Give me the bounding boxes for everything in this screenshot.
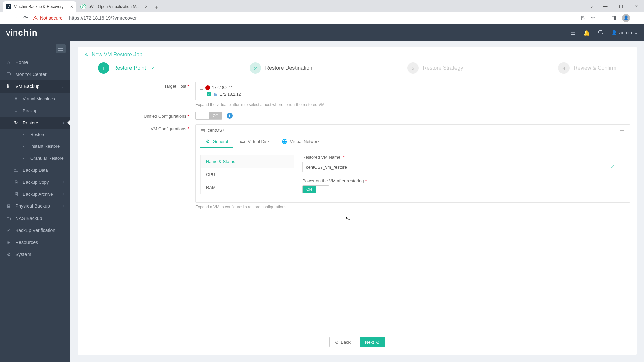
check-icon: ✓ bbox=[151, 66, 155, 70]
extensions-icon[interactable]: ◨ bbox=[611, 15, 616, 21]
sidebar-item-instant-restore[interactable]: •Instant Restore bbox=[0, 140, 70, 152]
sidebar-item-restore[interactable]: ↻Restore› bbox=[0, 117, 70, 129]
wizard-step-2[interactable]: 2Restore Destination bbox=[250, 62, 312, 74]
chevron-icon: › bbox=[63, 216, 64, 220]
vm-tabs: ⚙General 🖴Virtual Disk 🌐Virtual Network bbox=[196, 135, 630, 148]
step-number: 2 bbox=[250, 62, 261, 74]
url-box[interactable]: Not secure | https://172.18.16.19/?vmrec… bbox=[33, 15, 576, 21]
settings-icon: ⚙ bbox=[206, 139, 210, 144]
app-header: vinchin ☰ 🔔 🖵 👤 admin ⌄ bbox=[0, 24, 644, 41]
next-button[interactable]: Next⊙ bbox=[360, 337, 385, 347]
step-number: 3 bbox=[407, 62, 419, 74]
security-warning[interactable]: Not secure bbox=[33, 15, 63, 21]
vm-header[interactable]: 🖴 centOS7 — bbox=[196, 125, 630, 135]
tree-collapse-icon[interactable]: − bbox=[200, 86, 203, 90]
sidelist-ram[interactable]: RAM bbox=[201, 181, 294, 194]
bookmark-icon[interactable]: ☆ bbox=[591, 15, 595, 21]
target-host-tree[interactable]: − 172.18.2.11 ✓ 🖥 172.18.2.12 bbox=[195, 82, 467, 100]
restored-vm-name-input[interactable] bbox=[302, 162, 618, 172]
menu-icon: 🗄 bbox=[13, 191, 19, 197]
sidebar-item-backup-copy[interactable]: ⎘Backup Copy› bbox=[0, 176, 70, 188]
power-on-label: Power on the VM after restoring* bbox=[302, 178, 618, 183]
sidelist-cpu[interactable]: CPU bbox=[201, 168, 294, 181]
tree-child-row[interactable]: ✓ 🖥 172.18.2.12 bbox=[200, 91, 463, 97]
header-user-menu[interactable]: 👤 admin ⌄ bbox=[611, 30, 638, 35]
tab-general[interactable]: ⚙General bbox=[200, 135, 233, 148]
sidebar-toggle-button[interactable] bbox=[56, 44, 66, 53]
step-label: Restore Strategy bbox=[423, 65, 463, 71]
tree-root-row[interactable]: − 172.18.2.11 bbox=[200, 85, 463, 91]
sidebar-item-physical-backup[interactable]: 🖥Physical Backup› bbox=[0, 200, 70, 212]
sidebar-item-monitor-center[interactable]: 🖵Monitor Center› bbox=[0, 68, 70, 80]
kebab-menu-icon[interactable]: ⋮ bbox=[635, 15, 641, 21]
nav-reload-button[interactable]: ⟳ bbox=[23, 15, 28, 21]
sidebar-item-label: Backup Verification bbox=[15, 228, 55, 233]
browser-tab-ovirt[interactable]: O oVirt Open Virtualization Ma × bbox=[77, 1, 151, 12]
globe-icon: 🌐 bbox=[282, 139, 287, 144]
sidebar-item-backup-data[interactable]: 🗃Backup Data bbox=[0, 164, 70, 176]
header-bell-icon[interactable]: 🔔 bbox=[583, 29, 590, 36]
checkbox-checked-icon[interactable]: ✓ bbox=[207, 92, 211, 96]
tab-virtual-network[interactable]: 🌐Virtual Network bbox=[276, 135, 325, 148]
sidebar-item-restore[interactable]: •Restore bbox=[0, 129, 70, 140]
window-close-button[interactable]: ✕ bbox=[629, 0, 644, 12]
info-icon[interactable]: i bbox=[227, 113, 233, 119]
download-icon[interactable]: ⭳ bbox=[601, 15, 606, 21]
power-on-toggle[interactable]: ON bbox=[302, 185, 329, 193]
arrow-left-icon: ⊙ bbox=[335, 340, 339, 345]
wizard-step-3[interactable]: 3Restore Strategy bbox=[407, 62, 463, 74]
sidebar-item-label: Backup Data bbox=[23, 168, 48, 173]
sidebar-item-home[interactable]: ⌂Home bbox=[0, 56, 70, 68]
sidebar-item-backup[interactable]: ⭳Backup bbox=[0, 105, 70, 117]
sidebar-item-label: Physical Backup bbox=[15, 203, 50, 209]
step-number: 4 bbox=[558, 62, 570, 74]
browser-tab-vinchin[interactable]: V Vinchin Backup & Recovery × bbox=[3, 1, 76, 12]
sidebar-item-granular-restore[interactable]: •Granular Restore bbox=[0, 152, 70, 164]
sidebar-item-backup-verification[interactable]: ✓Backup Verification› bbox=[0, 224, 70, 236]
main-panel: ↻ New VM Restore Job 1Restore Point✓2Res… bbox=[78, 47, 637, 355]
sidelist-name-status[interactable]: Name & Status bbox=[201, 155, 294, 168]
wizard-step-4[interactable]: 4Review & Confirm bbox=[558, 62, 616, 74]
sidebar-item-resources[interactable]: ⊞Resources› bbox=[0, 236, 70, 248]
window-minimize-button[interactable]: — bbox=[598, 0, 613, 12]
tabs-dropdown-icon[interactable]: ⌄ bbox=[590, 0, 594, 12]
sidebar-item-vm-backup[interactable]: 🗄VM Backup⌄ bbox=[0, 80, 70, 93]
nav-back-button[interactable]: ← bbox=[3, 15, 9, 21]
sidebar-item-label: Virtual Machines bbox=[23, 96, 55, 101]
favicon-ovirt-icon: O bbox=[80, 4, 86, 9]
share-icon[interactable]: ⇱ bbox=[581, 15, 585, 21]
redhat-icon bbox=[205, 85, 210, 90]
close-icon[interactable]: × bbox=[70, 4, 73, 9]
user-icon: 👤 bbox=[611, 30, 617, 35]
unified-config-toggle[interactable]: Off bbox=[195, 112, 222, 120]
header-monitor-icon[interactable]: 🖵 bbox=[598, 29, 603, 36]
tab-title: Vinchin Backup & Recovery bbox=[14, 4, 64, 9]
menu-icon: ⌂ bbox=[6, 60, 11, 65]
menu-icon: • bbox=[21, 133, 26, 136]
header-list-icon[interactable]: ☰ bbox=[571, 29, 575, 36]
wizard-step-1[interactable]: 1Restore Point✓ bbox=[98, 62, 155, 74]
step-label: Restore Destination bbox=[265, 65, 312, 71]
close-icon[interactable]: × bbox=[145, 4, 148, 9]
tab-virtual-disk[interactable]: 🖴Virtual Disk bbox=[235, 135, 275, 148]
app-logo[interactable]: vinchin bbox=[6, 27, 38, 38]
menu-icon: 🗄 bbox=[6, 84, 11, 89]
sidebar-item-virtual-machines[interactable]: 🖥Virtual Machines bbox=[0, 93, 70, 105]
menu-icon: 🖥 bbox=[13, 96, 19, 101]
back-button[interactable]: ⊙Back bbox=[329, 337, 356, 347]
menu-icon: 🗃 bbox=[13, 167, 19, 173]
sidebar-item-nas-backup[interactable]: 🗃NAS Backup› bbox=[0, 212, 70, 224]
host-icon: 🖥 bbox=[213, 92, 218, 97]
menu-icon: 🖵 bbox=[6, 72, 11, 77]
new-tab-button[interactable]: + bbox=[152, 3, 161, 12]
chevron-icon: ⌄ bbox=[61, 84, 64, 89]
not-secure-label: Not secure bbox=[40, 15, 63, 21]
sidebar-item-backup-archive[interactable]: 🗄Backup Archive› bbox=[0, 188, 70, 200]
window-maximize-button[interactable]: ▢ bbox=[613, 0, 629, 12]
sidebar-item-system[interactable]: ⚙System› bbox=[0, 248, 70, 260]
wizard-steps: 1Restore Point✓2Restore Destination3Rest… bbox=[85, 62, 630, 82]
collapse-icon[interactable]: — bbox=[620, 128, 625, 133]
step-label: Review & Confirm bbox=[574, 65, 616, 71]
nav-forward-button[interactable]: → bbox=[13, 15, 19, 21]
profile-avatar-icon[interactable]: 👤 bbox=[622, 14, 630, 22]
